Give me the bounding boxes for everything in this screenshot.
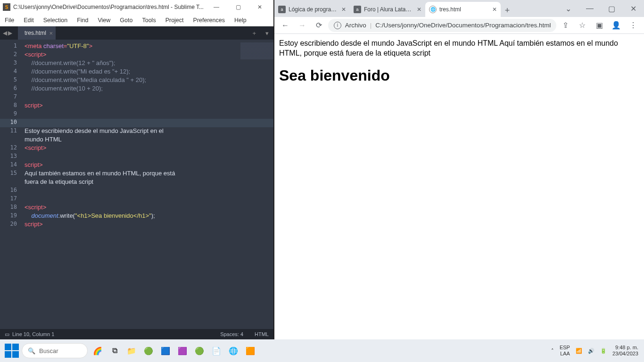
taskbar-app-icon[interactable]: 🟢 [192, 344, 206, 358]
menu-view[interactable]: View [93, 17, 115, 24]
browser-tab-1[interactable]: a Lógica de program... ✕ [274, 2, 350, 17]
profile-icon[interactable]: 👤 [608, 18, 624, 33]
menu-edit[interactable]: Edit [19, 17, 39, 24]
share-icon[interactable]: ⇪ [557, 18, 573, 33]
sublime-tab-bar: ◀▶ tres.html × + ▾ [0, 26, 273, 40]
start-button[interactable] [5, 344, 19, 358]
tab-search-icon[interactable]: ⌄ [557, 0, 579, 17]
menu-file[interactable]: File [0, 17, 19, 24]
battery-icon[interactable]: 🔋 [600, 348, 607, 354]
maximize-button[interactable]: ▢ [601, 0, 622, 17]
menu-selection[interactable]: Selection [39, 17, 72, 24]
code-area[interactable]: <meta charset="UTF-8"><script> //documen… [22, 40, 273, 329]
tab-title: tres.html [439, 6, 490, 13]
sublime-menu-bar: File Edit Selection Find View Goto Tools… [0, 14, 273, 26]
taskbar-vs-icon[interactable]: 🟪 [175, 344, 190, 358]
line-gutter: 1234567891011121314151617181920 [0, 40, 22, 329]
page-paragraph: Estoy escribiendo desde el mundo JavaScr… [279, 39, 639, 58]
taskbar-widgets-icon[interactable]: 🌈 [91, 344, 105, 358]
browser-tab-2[interactable]: a Foro | Alura Latam ... ✕ [350, 2, 425, 17]
minimize-button[interactable]: — [206, 0, 227, 14]
browser-tab-3[interactable]: 🌐 tres.html ✕ [425, 2, 501, 17]
search-icon: 🔍 [28, 347, 35, 354]
reload-button[interactable]: ⟳ [311, 18, 327, 33]
bookmark-icon[interactable]: ☆ [574, 18, 590, 33]
menu-icon[interactable]: ⋮ [625, 18, 641, 33]
taskbar-app-icon[interactable]: 📄 [209, 344, 223, 358]
tray-lang[interactable]: ESP [560, 345, 570, 351]
close-button[interactable]: ✕ [622, 0, 644, 17]
chrome-tab-strip: a Lógica de program... ✕ a Foro | Alura … [274, 0, 644, 17]
chrome-toolbar: ← → ⟳ i Archivo | C:/Users/jonny/OneDriv… [274, 17, 644, 34]
system-tray[interactable]: ˄ ESP LAA 📶 🔊 🔋 9:48 p. m. 23/04/2023 [551, 345, 644, 356]
taskbar-vscode-icon[interactable]: 🟦 [158, 344, 173, 358]
close-button[interactable]: ✕ [249, 0, 271, 14]
tab-close-icon[interactable]: ✕ [415, 6, 421, 13]
maximize-button[interactable]: ▢ [227, 0, 249, 14]
tab-title: Lógica de program... [289, 6, 339, 13]
taskbar-explorer-icon[interactable]: 📁 [124, 344, 139, 358]
status-lang[interactable]: HTML [255, 331, 269, 337]
back-button[interactable]: ← [277, 18, 293, 33]
taskbar-chrome-icon[interactable]: 🟢 [141, 344, 156, 358]
tray-chevron-icon[interactable]: ˄ [551, 348, 554, 354]
taskbar-taskview-icon[interactable]: ⧉ [107, 344, 122, 358]
panel-switcher-icon[interactable]: ▭ [5, 331, 9, 337]
sublime-title-bar[interactable]: S C:\Users\jonny\OneDrive\Documentos\Pro… [0, 0, 273, 14]
tab-menu-icon[interactable]: ▾ [261, 30, 273, 37]
menu-goto[interactable]: Goto [115, 17, 137, 24]
taskbar-chrome-running-icon[interactable]: 🌐 [226, 344, 240, 358]
url-text: C:/Users/jonny/OneDrive/Documentos/Progr… [375, 22, 551, 29]
tab-close-icon[interactable]: ✕ [339, 6, 346, 13]
menu-tools[interactable]: Tools [137, 17, 160, 24]
new-tab-button[interactable]: + [501, 4, 514, 17]
sublime-window: S C:\Users\jonny\OneDrive\Documentos\Pro… [0, 0, 273, 339]
search-placeholder: Buscar [39, 347, 58, 354]
new-tab-icon[interactable]: + [248, 30, 261, 37]
favicon-icon: a [354, 6, 361, 13]
status-spaces[interactable]: Spaces: 4 [220, 331, 243, 337]
address-bar[interactable]: i Archivo | C:/Users/jonny/OneDrive/Docu… [328, 19, 557, 32]
forward-button[interactable]: → [294, 18, 310, 33]
favicon-icon: a [278, 6, 286, 13]
wifi-icon[interactable]: 📶 [576, 348, 582, 354]
menu-project[interactable]: Project [161, 17, 189, 24]
tray-time[interactable]: 9:48 p. m. [612, 345, 638, 351]
tray-date[interactable]: 23/04/2023 [612, 351, 638, 357]
favicon-icon: 🌐 [429, 6, 437, 13]
url-scheme: Archivo [345, 22, 366, 29]
editor-tab-label: tres.html [25, 30, 46, 36]
tray-kbd[interactable]: LAA [560, 351, 570, 357]
taskbar-sublime-icon[interactable]: 🟧 [243, 344, 257, 358]
menu-find[interactable]: Find [72, 17, 93, 24]
sidepanel-icon[interactable]: ▣ [591, 18, 607, 33]
nav-fwd-icon[interactable]: ▶ [8, 30, 12, 36]
sublime-title: C:\Users\jonny\OneDrive\Documentos\Progr… [13, 4, 206, 10]
minimap[interactable] [240, 42, 273, 71]
status-position[interactable]: Line 10, Column 1 [12, 331, 54, 337]
tab-close-icon[interactable]: ✕ [490, 6, 497, 13]
minimize-button[interactable]: — [579, 0, 601, 17]
sublime-app-icon: S [3, 3, 10, 11]
chrome-window: a Lógica de program... ✕ a Foro | Alura … [274, 0, 644, 339]
tab-title: Foro | Alura Latam ... [364, 6, 415, 13]
menu-help[interactable]: Help [230, 17, 251, 24]
status-bar: ▭ Line 10, Column 1 Spaces: 4 HTML [0, 329, 273, 339]
site-info-icon[interactable]: i [334, 22, 341, 29]
editor-tab[interactable]: tres.html × [18, 26, 56, 40]
tab-close-icon[interactable]: × [49, 30, 53, 37]
editor-body[interactable]: 1234567891011121314151617181920 <meta ch… [0, 40, 273, 329]
page-heading: Sea bienvenido [279, 67, 639, 84]
volume-icon[interactable]: 🔊 [588, 348, 594, 354]
page-viewport: Estoy escribiendo desde el mundo JavaScr… [274, 34, 644, 339]
windows-taskbar: 🔍 Buscar 🌈 ⧉ 📁 🟢 🟦 🟪 🟢 📄 🌐 🟧 ˄ ESP LAA 📶… [0, 339, 644, 362]
taskbar-search[interactable]: 🔍 Buscar [22, 343, 88, 358]
nav-back-icon[interactable]: ◀ [3, 30, 7, 36]
menu-preferences[interactable]: Preferences [189, 17, 230, 24]
